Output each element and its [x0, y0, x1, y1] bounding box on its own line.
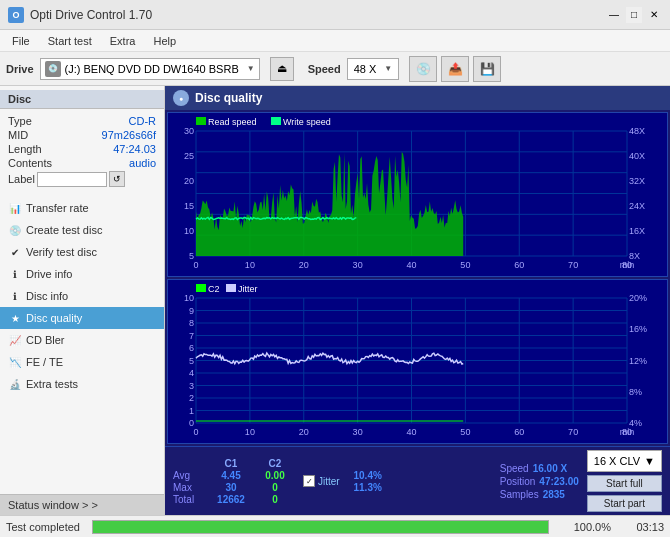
menu-bar: File Start test Extra Help: [0, 30, 670, 52]
disc-label-key: Label: [8, 173, 35, 185]
disc-contents-row: Contents audio: [8, 157, 156, 169]
speed-clv-select[interactable]: 16 X CLV ▼: [587, 450, 662, 472]
disc-button[interactable]: 💿: [409, 56, 437, 82]
drive-dropdown-arrow: ▼: [247, 64, 255, 73]
disc-label-input[interactable]: [37, 172, 107, 187]
sidebar-item-verify-test-disc-label: Verify test disc: [26, 246, 97, 258]
speed-label: Speed: [308, 63, 341, 75]
chart2-wrapper: [167, 279, 668, 444]
toolbar: Drive 💿 (J:) BENQ DVD DD DW1640 BSRB ▼ ⏏…: [0, 52, 670, 86]
sidebar-item-cd-bler-label: CD Bler: [26, 334, 65, 346]
chart1-canvas: [168, 113, 667, 276]
sidebar-item-cd-bler[interactable]: 📈 CD Bler: [0, 329, 164, 351]
menu-help[interactable]: Help: [145, 33, 184, 49]
total-label: Total: [173, 494, 209, 505]
speed-dropdown-row: 16 X CLV ▼: [587, 450, 662, 472]
disc-type-val: CD-R: [129, 115, 157, 127]
window-controls: — □ ✕: [606, 7, 662, 23]
progress-fill: [93, 521, 548, 533]
disc-length-key: Length: [8, 143, 42, 155]
content-header: ● Disc quality: [165, 86, 670, 110]
drive-icon: 💿: [45, 61, 61, 77]
c2-avg: 0.00: [265, 470, 284, 481]
status-window-button[interactable]: Status window > >: [0, 494, 164, 515]
action-panel: 16 X CLV ▼ Start full Start part: [587, 450, 662, 512]
avg-label: Avg: [173, 470, 209, 481]
drive-select[interactable]: 💿 (J:) BENQ DVD DD DW1640 BSRB ▼: [40, 58, 260, 80]
speed-val-display: 16.00 X: [533, 463, 567, 474]
menu-extra[interactable]: Extra: [102, 33, 144, 49]
start-full-button[interactable]: Start full: [587, 475, 662, 492]
menu-start-test[interactable]: Start test: [40, 33, 100, 49]
jitter-label: Jitter: [318, 476, 340, 487]
samples-val-display: 2835: [543, 489, 565, 500]
progress-time: 03:13: [619, 521, 664, 533]
progress-bar: [92, 520, 549, 534]
c1-max: 30: [225, 482, 236, 493]
app-icon: O: [8, 7, 24, 23]
disc-type-row: Type CD-R: [8, 115, 156, 127]
maximize-button[interactable]: □: [626, 7, 642, 23]
samples-key-label: Samples: [500, 489, 539, 500]
minimize-button[interactable]: —: [606, 7, 622, 23]
verify-test-disc-icon: ✔: [8, 245, 22, 259]
disc-section: Disc Type CD-R MID 97m26s66f Length 47:2…: [0, 86, 164, 197]
stats-bar: Avg Max Total C1 4.45 30 12662 C2 0.00 0…: [165, 446, 670, 515]
sidebar-item-verify-test-disc[interactable]: ✔ Verify test disc: [0, 241, 164, 263]
speed-position-panel: Speed 16.00 X Position 47:23.00 Samples …: [500, 463, 579, 500]
disc-type-key: Type: [8, 115, 32, 127]
speed-select[interactable]: 48 X ▼: [347, 58, 400, 80]
jitter-checkbox[interactable]: ✓: [303, 475, 315, 487]
jitter-avg: 10.4%: [353, 470, 381, 481]
create-test-disc-icon: 💿: [8, 223, 22, 237]
status-bar: Test completed 100.0% 03:13: [0, 515, 670, 537]
disc-contents-val: audio: [129, 157, 156, 169]
sidebar-item-disc-quality[interactable]: ★ Disc quality: [0, 307, 164, 329]
sidebar-item-disc-info[interactable]: ℹ Disc info: [0, 285, 164, 307]
max-label: Max: [173, 482, 209, 493]
eject-button[interactable]: ⏏: [270, 57, 294, 81]
sidebar-item-extra-tests[interactable]: 🔬 Extra tests: [0, 373, 164, 395]
position-val-display: 47:23.00: [539, 476, 578, 487]
drive-label: Drive: [6, 63, 34, 75]
disc-label-row: Label ↺: [8, 171, 156, 187]
sidebar-item-fe-te-label: FE / TE: [26, 356, 63, 368]
app-title: Opti Drive Control 1.70: [30, 8, 152, 22]
sidebar-item-disc-info-label: Disc info: [26, 290, 68, 302]
sidebar-item-create-test-disc[interactable]: 💿 Create test disc: [0, 219, 164, 241]
speed-row: Speed 16.00 X: [500, 463, 579, 474]
c2-header: C2: [269, 458, 282, 469]
chart1-wrapper: [167, 112, 668, 277]
sidebar-item-transfer-rate[interactable]: 📊 Transfer rate: [0, 197, 164, 219]
c1-col: C1 4.45 30 12662: [209, 458, 253, 505]
save-button[interactable]: 💾: [473, 56, 501, 82]
speed-clv-arrow: ▼: [644, 455, 655, 467]
speed-key-label: Speed: [500, 463, 529, 474]
close-button[interactable]: ✕: [646, 7, 662, 23]
start-part-button[interactable]: Start part: [587, 495, 662, 512]
export-button[interactable]: 📤: [441, 56, 469, 82]
c2-total: 0: [272, 494, 278, 505]
toolbar-extra-buttons: 💿 📤 💾: [409, 56, 501, 82]
extra-tests-icon: 🔬: [8, 377, 22, 391]
disc-mid-key: MID: [8, 129, 28, 141]
c2-col: C2 0.00 0 0: [253, 458, 297, 505]
sidebar-item-drive-info[interactable]: ℹ Drive info: [0, 263, 164, 285]
c1-total: 12662: [217, 494, 245, 505]
disc-length-row: Length 47:24.03: [8, 143, 156, 155]
chart2-canvas: [168, 280, 667, 443]
sidebar-item-fe-te[interactable]: 📉 FE / TE: [0, 351, 164, 373]
speed-clv-value: 16 X CLV: [594, 455, 640, 467]
content-area: ● Disc quality Avg Max Total C1: [165, 86, 670, 515]
position-row: Position 47:23.00: [500, 476, 579, 487]
charts-container: [165, 110, 670, 446]
menu-file[interactable]: File: [4, 33, 38, 49]
position-key-label: Position: [500, 476, 536, 487]
title-bar: O Opti Drive Control 1.70 — □ ✕: [0, 0, 670, 30]
refresh-button[interactable]: ↺: [109, 171, 125, 187]
disc-contents-key: Contents: [8, 157, 52, 169]
disc-section-header: Disc: [0, 90, 164, 109]
fe-te-icon: 📉: [8, 355, 22, 369]
sidebar-nav: 📊 Transfer rate 💿 Create test disc ✔ Ver…: [0, 197, 164, 395]
disc-quality-icon: ★: [8, 311, 22, 325]
